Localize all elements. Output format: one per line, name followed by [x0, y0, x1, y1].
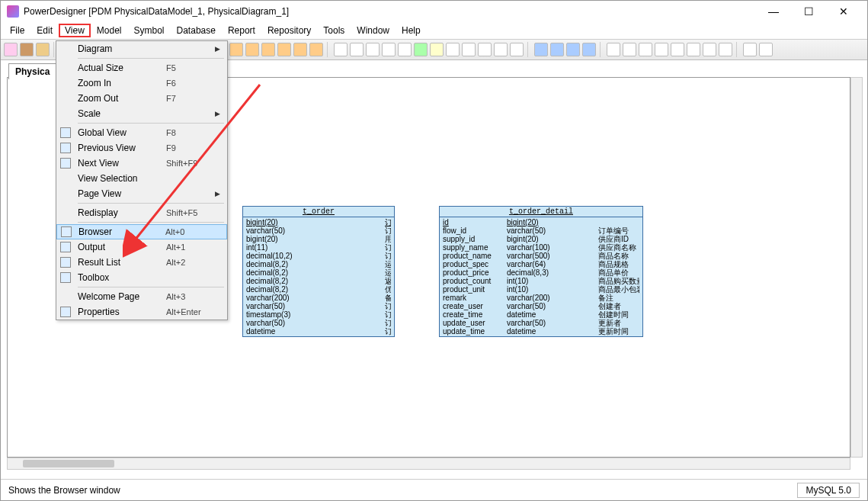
- blank-icon: [56, 206, 75, 220]
- next-icon: [56, 156, 75, 170]
- toolbar-button[interactable]: [494, 43, 508, 56]
- toolbar-button[interactable]: [566, 43, 580, 56]
- vertical-scrollbar[interactable]: [850, 77, 863, 458]
- app-icon: [7, 5, 19, 18]
- toolbar-button[interactable]: [20, 43, 34, 56]
- toolbar-button[interactable]: [261, 43, 275, 56]
- toolbar-button[interactable]: [430, 43, 444, 56]
- column-row: bigint(20)订单ID主键: [246, 218, 391, 226]
- maximize-button[interactable]: ☐: [791, 1, 826, 22]
- blank-icon: [56, 107, 75, 120]
- menu-item-browser[interactable]: BrowserAlt+0: [56, 224, 227, 239]
- toolbar-button[interactable]: [703, 43, 716, 56]
- toolbar-button[interactable]: [671, 43, 684, 56]
- entity-columns: bigint(20)订单ID主键varchar(50)订单流水编号bigint(…: [243, 217, 394, 336]
- entity-t-order[interactable]: t_order bigint(20)订单ID主键varchar(50)订单流水编…: [242, 206, 395, 337]
- column-row: decimal(8,2)运费金额: [246, 260, 391, 268]
- menu-shortcut: Shift+F9: [166, 159, 215, 168]
- tab-physical[interactable]: Physica: [8, 63, 56, 79]
- toolbar-button[interactable]: [293, 43, 307, 56]
- menu-item-output[interactable]: OutputAlt+1: [56, 239, 227, 255]
- menu-model[interactable]: Model: [91, 24, 128, 37]
- menu-help[interactable]: Help: [396, 24, 427, 37]
- menu-label: Welcome Page: [75, 291, 166, 302]
- menu-label: View Selection: [75, 173, 166, 184]
- toolbar-button[interactable]: [687, 43, 700, 56]
- close-button[interactable]: ✕: [826, 1, 861, 22]
- column-row: idbigint(20): [443, 218, 639, 226]
- menu-tools[interactable]: Tools: [317, 24, 351, 37]
- toolbar-button[interactable]: [510, 43, 524, 56]
- menu-item-view-selection[interactable]: View Selection: [56, 171, 227, 186]
- toolbar-button[interactable]: [462, 43, 476, 56]
- toolbar-button[interactable]: [623, 43, 636, 56]
- toolbar-button[interactable]: [478, 43, 492, 56]
- statusbar: Shows the Browser window MySQL 5.0: [1, 479, 867, 500]
- menu-item-welcome-page[interactable]: Welcome PageAlt+3: [56, 289, 227, 304]
- menu-report[interactable]: Report: [222, 24, 261, 37]
- toolbar-button[interactable]: [607, 43, 620, 56]
- toolbar-button[interactable]: [550, 43, 564, 56]
- column-row: remarkvarchar(200)备注: [443, 294, 639, 302]
- toolbar-button[interactable]: [36, 43, 50, 56]
- menu-view[interactable]: View: [59, 24, 91, 37]
- toolbar-button[interactable]: [229, 43, 243, 56]
- toolbar-button[interactable]: [743, 43, 757, 56]
- scrollbar-thumb[interactable]: [23, 460, 114, 467]
- toolbar-button[interactable]: [350, 43, 364, 56]
- menu-database[interactable]: Database: [171, 24, 222, 37]
- minimize-button[interactable]: —: [756, 1, 791, 22]
- column-row: varchar(50)订单创建者: [246, 302, 391, 310]
- blank-icon: [56, 76, 75, 90]
- menu-symbol[interactable]: Symbol: [128, 24, 171, 37]
- menu-item-diagram[interactable]: Diagram▶: [56, 41, 227, 56]
- column-row: product_unitint(10)商品最小包装单位: [443, 285, 639, 294]
- menu-item-toolbox[interactable]: Toolbox: [56, 270, 227, 285]
- menu-file[interactable]: File: [4, 24, 30, 37]
- toolbar-button[interactable]: [277, 43, 291, 56]
- entity-t-order-detail[interactable]: t_order_detail idbigint(20)flow_idvarcha…: [439, 206, 643, 337]
- menu-shortcut: Alt+Enter: [166, 307, 215, 316]
- menu-item-zoom-out[interactable]: Zoom OutF7: [56, 91, 227, 106]
- menu-item-next-view[interactable]: Next ViewShift+F9: [56, 156, 227, 171]
- menu-item-redisplay[interactable]: RedisplayShift+F5: [56, 205, 227, 220]
- column-row: varchar(50)订单最后更新者: [246, 319, 391, 327]
- menu-item-scale[interactable]: Scale▶: [56, 106, 227, 121]
- menu-shortcut: F6: [166, 79, 215, 88]
- menu-item-global-view[interactable]: Global ViewF8: [56, 125, 227, 140]
- toolbar-button[interactable]: [414, 43, 428, 56]
- toolbar-button[interactable]: [245, 43, 259, 56]
- menu-item-zoom-in[interactable]: Zoom InF6: [56, 75, 227, 91]
- status-db: MySQL 5.0: [797, 483, 860, 498]
- toolbar-button[interactable]: [382, 43, 396, 56]
- menu-window[interactable]: Window: [351, 24, 396, 37]
- menu-item-properties[interactable]: PropertiesAlt+Enter: [56, 304, 227, 320]
- blank-icon: [56, 172, 75, 185]
- toolbar-button[interactable]: [639, 43, 652, 56]
- column-row: product_countint(10)商品购买数量: [443, 277, 639, 285]
- column-row: product_pricedecimal(8,3)商品单价: [443, 268, 639, 277]
- toolbar-button[interactable]: [719, 43, 732, 56]
- toolbar-button[interactable]: [446, 43, 460, 56]
- toolbar-button[interactable]: [759, 43, 773, 56]
- toolbar-button[interactable]: [655, 43, 668, 56]
- horizontal-scrollbar[interactable]: [7, 458, 850, 470]
- menu-label: Actual Size: [75, 63, 166, 73]
- menu-shortcut: Alt+1: [166, 242, 215, 252]
- toolbar-button[interactable]: [334, 43, 348, 56]
- column-row: supply_namevarchar(100)供应商名称: [443, 243, 639, 252]
- menu-item-previous-view[interactable]: Previous ViewF9: [56, 140, 227, 156]
- menu-repository[interactable]: Repository: [261, 24, 317, 37]
- menu-item-page-view[interactable]: Page View▶: [56, 186, 227, 201]
- menu-edit[interactable]: Edit: [30, 24, 59, 37]
- menu-item-result-list[interactable]: Result ListAlt+2: [56, 255, 227, 270]
- toolbar-button[interactable]: [582, 43, 596, 56]
- view-dropdown-menu: Diagram▶Actual SizeF5Zoom InF6Zoom OutF7…: [56, 40, 228, 320]
- toolbar-button[interactable]: [534, 43, 548, 56]
- toolbar-button[interactable]: [366, 43, 380, 56]
- toolbar-button[interactable]: [398, 43, 412, 56]
- toolbar-button[interactable]: [309, 43, 323, 56]
- menu-item-actual-size[interactable]: Actual SizeF5: [56, 60, 227, 75]
- toolbar-button[interactable]: [4, 43, 18, 56]
- prev-icon: [56, 141, 75, 155]
